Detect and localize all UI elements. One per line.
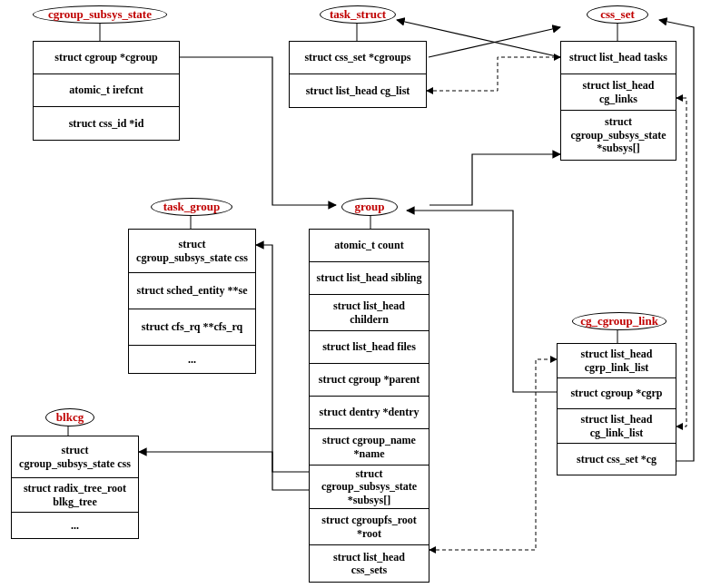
table-css-set: struct list_head tasks struct list_head …	[560, 41, 676, 161]
table-group: atomic_t count struct list_head sibling …	[309, 229, 429, 583]
field: struct dentry *dentry	[310, 397, 429, 429]
table-task-group: struct cgroup_subsys_state css struct sc…	[128, 229, 256, 374]
field: struct list_head files	[310, 331, 429, 364]
svg-line-7	[429, 27, 560, 57]
label-blkcg: blkcg	[45, 408, 94, 426]
label-css-set: css_set	[587, 5, 648, 24]
field: struct list_head cg_links	[561, 74, 676, 111]
field: ...	[12, 513, 138, 538]
field: struct list_head sibling	[310, 262, 429, 295]
field: struct cgroup_name *name	[310, 429, 429, 466]
field: struct cgroupfs_root *root	[310, 509, 429, 545]
field: struct cgroup_subsys_state *subsys[]	[561, 111, 676, 160]
field: struct list_head cgrp_link_list	[558, 344, 676, 378]
label-group: group	[341, 198, 398, 216]
field: struct cgroup *cgroup	[34, 42, 179, 74]
field: atomic_t count	[310, 230, 429, 262]
field: struct css_set *cgroups	[290, 42, 426, 74]
field: struct cgroup_subsys_state *subsys[]	[310, 466, 429, 509]
label-task-group: task_group	[151, 198, 232, 216]
field: ...	[129, 346, 255, 373]
table-task-struct: struct css_set *cgroups struct list_head…	[289, 41, 427, 108]
field: struct list_head tasks	[561, 42, 676, 74]
field: struct sched_entity **se	[129, 273, 255, 309]
label-task-struct: task_struct	[320, 5, 396, 24]
table-cgroup-subsys-state: struct cgroup *cgroup atomic_t irefcnt s…	[33, 41, 180, 141]
field: struct list_head cg_link_list	[558, 409, 676, 444]
field: struct list_head childern	[310, 295, 429, 331]
field: struct cgroup_subsys_state css	[12, 436, 138, 478]
field: struct list_head cg_list	[290, 74, 426, 107]
label-cg-cgroup-link: cg_cgroup_link	[572, 312, 666, 330]
field: struct radix_tree_root blkg_tree	[12, 478, 138, 513]
field: struct css_id *id	[34, 107, 179, 140]
diagram-canvas: cgroup_subsys_state struct cgroup *cgrou…	[0, 0, 701, 588]
field: struct css_set *cg	[558, 444, 676, 475]
field: atomic_t irefcnt	[34, 74, 179, 107]
field: struct cgroup *parent	[310, 364, 429, 397]
field: struct cgroup_subsys_state css	[129, 230, 255, 273]
field: struct cfs_rq **cfs_rq	[129, 309, 255, 346]
label-cgroup-subsys-state: cgroup_subsys_state	[33, 5, 167, 24]
field: struct list_head css_sets	[310, 545, 429, 582]
table-cg-cgroup-link: struct list_head cgrp_link_list struct c…	[557, 343, 676, 475]
field: struct cgroup *cgrp	[558, 378, 676, 409]
table-blkcg: struct cgroup_subsys_state css struct ra…	[11, 436, 139, 539]
